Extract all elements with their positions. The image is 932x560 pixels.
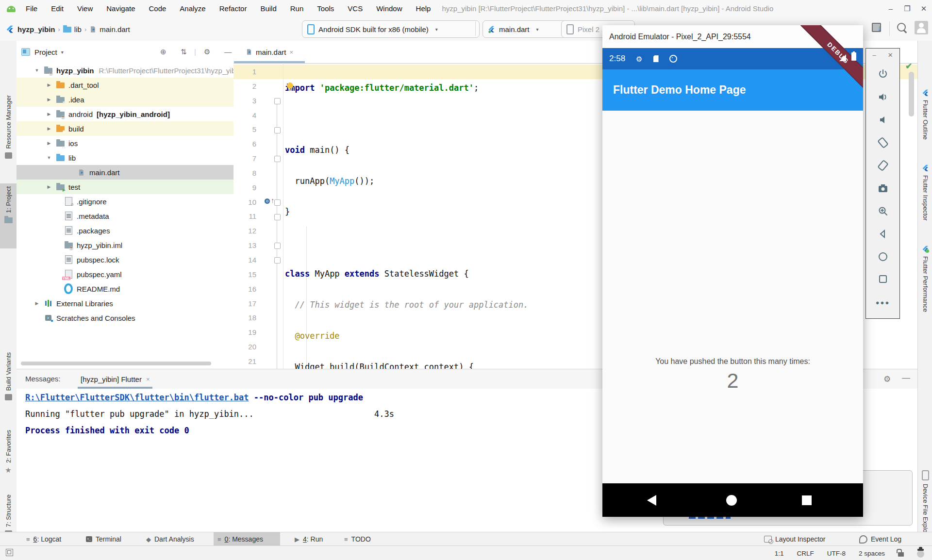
toolbtn-messages[interactable]: ≡ 0: Messages (214, 532, 280, 546)
toolbtn-logcat[interactable]: ≡ 6: Logcat (22, 532, 65, 546)
run-config-selector[interactable]: main.dart ▾ (483, 20, 567, 38)
readonly-lock-icon[interactable] (898, 552, 904, 557)
horizontal-scrollbar[interactable] (21, 362, 211, 365)
close-emulator-icon[interactable]: ✕ (888, 51, 893, 59)
tree-row-test[interactable]: ▶ ▶ test (17, 180, 233, 194)
sidebar-item-structure[interactable]: 7: Structure (0, 494, 17, 537)
override-marker-icon[interactable]: o (265, 198, 270, 204)
sidebar-item-flutter-outline[interactable]: Flutter Outline (918, 89, 932, 140)
breadcrumb-file[interactable]: main.dart (100, 25, 130, 33)
device-selector[interactable]: Android SDK built for x86 (mobile) ▾ (302, 20, 480, 38)
volume-up-icon[interactable] (877, 91, 889, 103)
close-window-button[interactable]: ✕ (915, 2, 932, 16)
sidebar-item-flutter-inspector[interactable]: Flutter Inspector (918, 165, 932, 221)
expand-arrow-icon[interactable]: ▶ (46, 82, 52, 87)
hide-panel-icon[interactable]: — (902, 373, 910, 383)
tree-row-idea[interactable]: ▶ ✹ .idea (17, 92, 233, 107)
fold-toggle[interactable] (274, 214, 281, 220)
highlighting-level-icon[interactable] (917, 550, 924, 558)
power-icon[interactable] (877, 68, 889, 81)
tree-row-ios[interactable]: ▶ … ios (17, 136, 233, 150)
menu-analyze[interactable]: Analyze (175, 3, 210, 14)
flutter-bat-link[interactable]: R:\Flutter\FlutterSDK\flutter\bin\flutte… (25, 393, 249, 402)
zoom-icon[interactable] (877, 205, 889, 217)
nav-back-icon[interactable] (647, 495, 656, 506)
project-view-selector[interactable]: Project (34, 48, 57, 56)
nav-overview-icon[interactable] (802, 495, 812, 505)
menu-navigate[interactable]: Navigate (102, 3, 139, 14)
nav-home-icon[interactable] (726, 495, 737, 506)
search-everywhere-icon[interactable] (896, 22, 909, 34)
toolbtn-terminal[interactable]: ›_ Terminal (82, 532, 125, 546)
gear-icon[interactable]: ⚙ (883, 374, 891, 384)
menu-help[interactable]: Help (412, 3, 435, 14)
tree-row-dart-tool[interactable]: ▶ .dart_tool (17, 78, 233, 92)
fold-toggle[interactable] (274, 156, 281, 162)
menu-window[interactable]: Window (372, 3, 406, 14)
intention-bulb-icon[interactable] (287, 82, 293, 89)
tree-row-android[interactable]: ▶ ☕ android [hyzp_yibin_android] (17, 107, 233, 121)
menu-tools[interactable]: Tools (313, 3, 338, 14)
expand-arrow-icon[interactable]: ▶ (46, 184, 52, 189)
close-tab-icon[interactable]: × (146, 376, 150, 383)
more-options-icon[interactable]: ●●● (877, 296, 889, 309)
expand-arrow-icon[interactable]: ▶ (46, 141, 52, 146)
tree-row-pubspec-yaml[interactable]: YML pubspec.yaml (17, 267, 233, 281)
overview-icon[interactable] (877, 273, 889, 285)
restore-window-button[interactable]: ❐ (899, 2, 915, 16)
expand-arrow-icon[interactable]: ▶ (46, 126, 52, 131)
toolbtn-run[interactable]: ▶ 4: Run (291, 532, 327, 546)
collapse-all-icon[interactable]: ⇅ (181, 48, 187, 56)
inspections-ok-icon[interactable]: ✔ (905, 61, 912, 71)
tree-row-metadata[interactable]: .metadata (17, 209, 233, 223)
menu-file[interactable]: File (21, 3, 42, 14)
toolbtn-event-log[interactable]: Event Log (855, 532, 905, 546)
editor-scrollbar[interactable] (909, 72, 914, 116)
tree-row-gitignore[interactable]: ⊘ .gitignore (17, 194, 233, 209)
tree-row-root[interactable]: ▼ ☕ hyzp_yibin R:\FlutterProject\Flutter… (17, 63, 233, 78)
tab-flutter-console[interactable]: [hyzp_yibin] Flutter × (75, 369, 155, 389)
minimize-window-button[interactable]: – (882, 2, 899, 16)
fold-toggle[interactable] (274, 127, 281, 133)
user-avatar[interactable] (915, 21, 928, 34)
menu-view[interactable]: View (73, 3, 97, 14)
fold-toggle[interactable] (274, 98, 281, 104)
breadcrumb-project[interactable]: hyzp_yibin (17, 25, 55, 33)
tab-main-dart[interactable]: main.dart × (234, 41, 305, 63)
toolbtn-dart-analysis[interactable]: ◆ Dart Analysis (142, 532, 198, 546)
expand-arrow-icon[interactable]: ▼ (34, 68, 40, 73)
back-icon[interactable] (877, 228, 889, 240)
tree-row-packages[interactable]: .packages (17, 223, 233, 238)
tree-row-readme[interactable]: README.md (17, 281, 233, 296)
screenshot-camera-icon[interactable] (877, 182, 889, 195)
sidebar-item-favorites[interactable]: 2: Favorites ★ (0, 430, 17, 474)
menu-vcs[interactable]: VCS (343, 3, 367, 14)
expand-arrow-icon[interactable]: ▼ (46, 155, 52, 160)
tree-row-build[interactable]: ▶ ✹ build (17, 121, 233, 136)
caret-position[interactable]: 1:1 (775, 550, 784, 557)
locate-file-icon[interactable]: ⊕ (160, 48, 166, 56)
gear-icon[interactable]: ⚙ (204, 48, 210, 56)
fold-toggle[interactable] (274, 199, 281, 206)
sdk-manager-icon[interactable]: ↓ (872, 23, 884, 34)
indent-setting[interactable]: 2 spaces (859, 550, 885, 557)
file-encoding[interactable]: UTF-8 (827, 550, 846, 557)
sidebar-item-device-file-explorer[interactable]: Device File Explorer (918, 470, 932, 540)
breadcrumb-lib[interactable]: lib (74, 25, 82, 33)
fold-toggle[interactable] (274, 243, 281, 249)
close-tab-icon[interactable]: × (289, 49, 293, 56)
toolbtn-todo[interactable]: ≡ TODO (340, 532, 375, 546)
volume-down-icon[interactable] (877, 114, 889, 126)
tree-row-main-dart[interactable]: main.dart (17, 165, 233, 180)
tool-windows-toggle-icon[interactable] (6, 549, 13, 556)
fold-toggle[interactable] (274, 257, 281, 264)
menu-refactor[interactable]: Refactor (215, 3, 251, 14)
expand-arrow-icon[interactable]: ▶ (34, 301, 40, 306)
tree-row-external-libraries[interactable]: ▶ External Libraries (17, 296, 233, 311)
expand-arrow-icon[interactable]: ▶ (46, 112, 52, 116)
menu-code[interactable]: Code (144, 3, 170, 14)
rotate-right-icon[interactable] (877, 159, 889, 172)
menu-run[interactable]: Run (286, 3, 308, 14)
sidebar-item-resource-manager[interactable]: Resource Manager (0, 95, 17, 159)
line-ending[interactable]: CRLF (797, 550, 814, 557)
